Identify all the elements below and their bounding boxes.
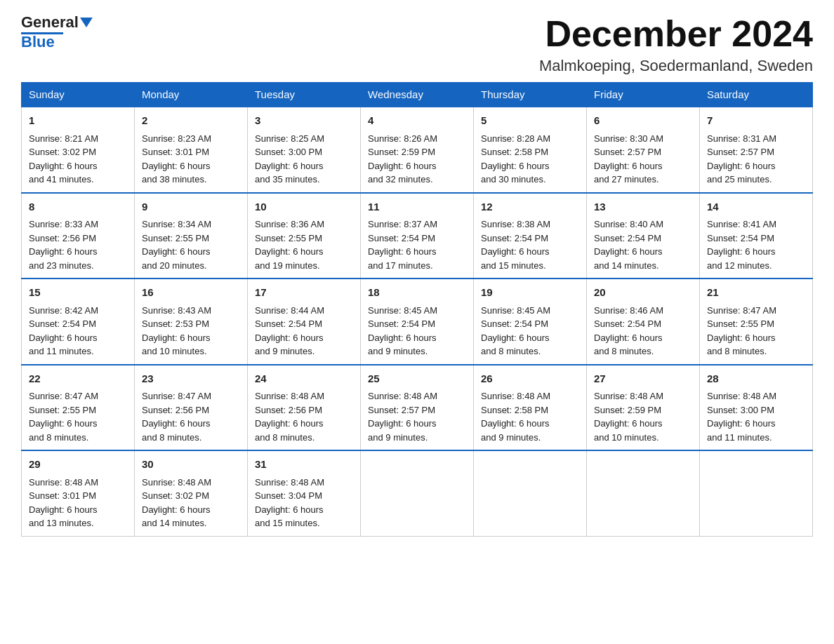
calendar-week-row: 1Sunrise: 8:21 AMSunset: 3:02 PMDaylight… [22,107,813,193]
day-info: Sunset: 2:54 PM [368,317,466,331]
day-info: Daylight: 6 hours [594,159,692,173]
day-info: Sunset: 2:59 PM [594,403,692,417]
day-info: Sunrise: 8:45 AM [481,304,579,318]
day-info: Daylight: 6 hours [368,159,466,173]
day-info: and 11 minutes. [707,431,805,445]
calendar-cell [587,450,700,536]
day-info: and 8 minutes. [142,431,240,445]
day-info: Daylight: 6 hours [707,331,805,345]
day-info: Daylight: 6 hours [707,245,805,259]
calendar-cell: 14Sunrise: 8:41 AMSunset: 2:54 PMDayligh… [700,193,813,279]
calendar-cell: 26Sunrise: 8:48 AMSunset: 2:58 PMDayligh… [474,365,587,451]
day-info: and 38 minutes. [142,173,240,187]
day-info: Daylight: 6 hours [255,245,353,259]
calendar-cell [361,450,474,536]
day-info: Sunrise: 8:47 AM [142,389,240,403]
calendar-cell: 2Sunrise: 8:23 AMSunset: 3:01 PMDaylight… [135,107,248,193]
day-info: Sunrise: 8:34 AM [142,217,240,232]
calendar-cell: 17Sunrise: 8:44 AMSunset: 2:54 PMDayligh… [248,279,361,365]
day-info: Sunset: 2:53 PM [142,317,240,331]
day-number: 29 [29,457,127,473]
calendar-cell: 10Sunrise: 8:36 AMSunset: 2:55 PMDayligh… [248,193,361,279]
day-info: Sunrise: 8:45 AM [368,304,466,318]
day-info: and 15 minutes. [255,516,353,530]
calendar-cell: 27Sunrise: 8:48 AMSunset: 2:59 PMDayligh… [587,365,700,451]
day-info: and 30 minutes. [481,173,579,187]
day-info: Sunset: 2:55 PM [142,232,240,246]
day-number: 25 [368,371,466,387]
day-info: Sunset: 2:54 PM [368,232,466,246]
calendar-cell: 18Sunrise: 8:45 AMSunset: 2:54 PMDayligh… [361,279,474,365]
calendar-cell: 8Sunrise: 8:33 AMSunset: 2:56 PMDaylight… [22,193,135,279]
calendar-week-row: 15Sunrise: 8:42 AMSunset: 2:54 PMDayligh… [22,279,813,365]
day-info: Daylight: 6 hours [142,159,240,173]
day-info: Sunrise: 8:31 AM [707,132,805,146]
day-info: and 20 minutes. [142,259,240,273]
day-info: Sunrise: 8:43 AM [142,304,240,318]
calendar-cell: 24Sunrise: 8:48 AMSunset: 2:56 PMDayligh… [248,365,361,451]
day-info: Sunset: 2:55 PM [707,317,805,331]
calendar-cell: 15Sunrise: 8:42 AMSunset: 2:54 PMDayligh… [22,279,135,365]
day-info: Daylight: 6 hours [142,417,240,431]
calendar-week-row: 8Sunrise: 8:33 AMSunset: 2:56 PMDaylight… [22,193,813,279]
day-number: 4 [368,113,466,129]
day-info: Daylight: 6 hours [142,503,240,517]
title-block: December 2024 Malmkoeping, Soedermanland… [539,14,813,75]
day-number: 27 [594,371,692,387]
day-info: Daylight: 6 hours [255,503,353,517]
logo-blue: Blue [21,33,55,51]
day-info: Sunset: 2:55 PM [29,403,127,417]
calendar-cell [474,450,587,536]
day-info: Sunset: 3:02 PM [142,489,240,503]
calendar-cell: 19Sunrise: 8:45 AMSunset: 2:54 PMDayligh… [474,279,587,365]
day-info: Daylight: 6 hours [255,417,353,431]
day-info: Sunset: 2:54 PM [594,232,692,246]
day-info: and 9 minutes. [368,431,466,445]
day-info: Sunrise: 8:48 AM [707,389,805,403]
day-number: 19 [481,285,579,301]
day-info: and 41 minutes. [29,173,127,187]
calendar-week-row: 29Sunrise: 8:48 AMSunset: 3:01 PMDayligh… [22,450,813,536]
calendar-cell: 11Sunrise: 8:37 AMSunset: 2:54 PMDayligh… [361,193,474,279]
day-info: Sunset: 2:54 PM [481,232,579,246]
day-number: 16 [142,285,240,301]
day-info: Daylight: 6 hours [29,503,127,517]
calendar-cell: 16Sunrise: 8:43 AMSunset: 2:53 PMDayligh… [135,279,248,365]
day-info: and 8 minutes. [481,344,579,358]
day-number: 10 [255,199,353,215]
day-info: Daylight: 6 hours [29,159,127,173]
calendar-cell: 23Sunrise: 8:47 AMSunset: 2:56 PMDayligh… [135,365,248,451]
day-number: 18 [368,285,466,301]
day-info: Sunrise: 8:48 AM [142,476,240,490]
day-header-saturday: Saturday [700,83,813,107]
day-number: 3 [255,113,353,129]
day-number: 12 [481,199,579,215]
day-info: Sunrise: 8:36 AM [255,217,353,232]
day-info: Sunset: 3:02 PM [29,145,127,159]
day-info: Sunset: 3:00 PM [707,403,805,417]
calendar-cell: 31Sunrise: 8:48 AMSunset: 3:04 PMDayligh… [248,450,361,536]
day-info: Daylight: 6 hours [594,331,692,345]
day-info: Daylight: 6 hours [29,331,127,345]
day-info: and 8 minutes. [707,344,805,358]
day-info: Sunrise: 8:28 AM [481,132,579,146]
logo: General Blue [21,14,93,51]
day-info: Daylight: 6 hours [368,331,466,345]
page-header: General Blue December 2024 Malmkoeping, … [21,14,813,75]
day-info: and 15 minutes. [481,259,579,273]
day-info: Sunrise: 8:47 AM [707,304,805,318]
day-info: Daylight: 6 hours [481,245,579,259]
day-info: Sunrise: 8:42 AM [29,304,127,318]
day-info: Sunrise: 8:23 AM [142,132,240,146]
logo-text: General [21,14,93,31]
day-info: Sunset: 2:58 PM [481,145,579,159]
calendar-week-row: 22Sunrise: 8:47 AMSunset: 2:55 PMDayligh… [22,365,813,451]
day-number: 22 [29,371,127,387]
day-info: Sunset: 2:54 PM [481,317,579,331]
calendar-cell: 25Sunrise: 8:48 AMSunset: 2:57 PMDayligh… [361,365,474,451]
day-info: Sunrise: 8:48 AM [481,389,579,403]
day-info: Sunrise: 8:30 AM [594,132,692,146]
calendar-cell: 29Sunrise: 8:48 AMSunset: 3:01 PMDayligh… [22,450,135,536]
day-info: Sunrise: 8:38 AM [481,217,579,232]
calendar-cell: 4Sunrise: 8:26 AMSunset: 2:59 PMDaylight… [361,107,474,193]
